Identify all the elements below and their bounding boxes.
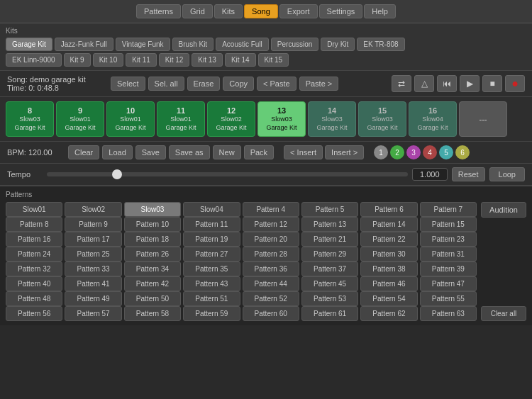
step-btn-8[interactable]: 15Slow03Garage Kit xyxy=(358,101,406,137)
step-btn-6[interactable]: 13Slow03Garage Kit xyxy=(257,101,306,137)
pat-btn-pattern-12[interactable]: Pattern 12 xyxy=(243,217,299,232)
pat-btn-pattern-28[interactable]: Pattern 28 xyxy=(243,247,299,262)
kit-btn-kit-11[interactable]: Kit 11 xyxy=(126,53,157,67)
pat-btn-pattern-40[interactable]: Pattern 40 xyxy=(6,276,62,291)
nav-btn-help[interactable]: Help xyxy=(364,4,396,18)
pat-btn-pattern-52[interactable]: Pattern 52 xyxy=(243,291,299,306)
kit-btn-vintage-funk[interactable]: Vintage Funk xyxy=(116,38,170,51)
pat-btn-pattern-63[interactable]: Pattern 63 xyxy=(420,306,477,321)
pat-btn-pattern-45[interactable]: Pattern 45 xyxy=(301,276,358,291)
bpm-btn-load[interactable]: Load xyxy=(102,145,132,159)
bpm-btn-pack[interactable]: Pack xyxy=(244,145,274,159)
pat-btn-pattern-50[interactable]: Pattern 50 xyxy=(124,291,181,306)
pat-btn-pattern-58[interactable]: Pattern 58 xyxy=(124,306,181,321)
nav-btn-grid[interactable]: Grid xyxy=(182,4,213,18)
pat-btn-pattern-19[interactable]: Pattern 19 xyxy=(183,232,240,247)
pat-btn-pattern-16[interactable]: Pattern 16 xyxy=(6,232,62,247)
kit-btn-kit-10[interactable]: Kit 10 xyxy=(93,53,124,67)
num-circle-5[interactable]: 5 xyxy=(439,145,453,159)
pat-btn-pattern-15[interactable]: Pattern 15 xyxy=(420,217,477,232)
pat-btn-pattern-18[interactable]: Pattern 18 xyxy=(124,232,181,247)
kit-btn-jazz-funk-full[interactable]: Jazz-Funk Full xyxy=(55,38,113,51)
nav-btn-export[interactable]: Export xyxy=(279,4,318,18)
pat-btn-pattern-34[interactable]: Pattern 34 xyxy=(124,262,181,276)
pat-btn-pattern-31[interactable]: Pattern 31 xyxy=(420,247,477,262)
nav-btn-song[interactable]: Song xyxy=(244,4,278,18)
pat-btn-pattern-42[interactable]: Pattern 42 xyxy=(124,276,181,291)
pat-btn-pattern-7[interactable]: Pattern 7 xyxy=(420,202,477,217)
step-btn-10[interactable]: --- xyxy=(459,101,507,137)
pat-btn-pattern-29[interactable]: Pattern 29 xyxy=(301,247,358,262)
pat-btn-pattern-38[interactable]: Pattern 38 xyxy=(360,262,417,276)
kit-btn-kit-12[interactable]: Kit 12 xyxy=(159,53,190,67)
bpm-btn-clear[interactable]: Clear xyxy=(68,145,99,159)
pat-btn-pattern-62[interactable]: Pattern 62 xyxy=(360,306,417,321)
song-btn-sel.-all[interactable]: Sel. all xyxy=(148,77,184,91)
clear-all-button[interactable]: Clear all xyxy=(481,306,526,321)
pat-btn-pattern-39[interactable]: Pattern 39 xyxy=(420,262,477,276)
pat-btn-pattern-47[interactable]: Pattern 47 xyxy=(420,276,477,291)
kit-btn-kit-9[interactable]: Kit 9 xyxy=(64,53,91,67)
pat-btn-pattern-46[interactable]: Pattern 46 xyxy=(360,276,417,291)
pat-btn-pattern-25[interactable]: Pattern 25 xyxy=(65,247,121,262)
pat-btn-slow04[interactable]: Slow04 xyxy=(183,202,240,217)
skip-back-icon[interactable]: ⏮ xyxy=(437,75,457,92)
song-btn-select[interactable]: Select xyxy=(111,77,145,91)
tempo-slider-track[interactable] xyxy=(47,172,408,176)
kit-btn-dry-kit[interactable]: Dry Kit xyxy=(321,38,355,51)
pat-btn-pattern-35[interactable]: Pattern 35 xyxy=(183,262,240,276)
song-btn-erase[interactable]: Erase xyxy=(187,77,221,91)
pat-btn-pattern-57[interactable]: Pattern 57 xyxy=(65,306,121,321)
pat-btn-pattern-51[interactable]: Pattern 51 xyxy=(183,291,240,306)
bpm-btn-save-as[interactable]: Save as xyxy=(169,145,210,159)
step-btn-3[interactable]: 10Slow01Garage Kit xyxy=(106,101,155,137)
metronome-icon[interactable]: △ xyxy=(414,75,434,92)
num-circle-2[interactable]: 2 xyxy=(390,145,404,159)
step-btn-4[interactable]: 11Slow01Garage Kit xyxy=(157,101,205,137)
pat-btn-pattern-26[interactable]: Pattern 26 xyxy=(124,247,181,262)
pat-btn-pattern-5[interactable]: Pattern 5 xyxy=(301,202,358,217)
pat-btn-pattern-53[interactable]: Pattern 53 xyxy=(301,291,358,306)
nav-btn-kits[interactable]: Kits xyxy=(214,4,243,18)
stop-icon[interactable]: ■ xyxy=(482,75,502,92)
pat-btn-pattern-23[interactable]: Pattern 23 xyxy=(420,232,477,247)
pat-btn-pattern-48[interactable]: Pattern 48 xyxy=(6,291,62,306)
pat-btn-pattern-30[interactable]: Pattern 30 xyxy=(360,247,417,262)
pat-btn-pattern-9[interactable]: Pattern 9 xyxy=(65,217,121,232)
pat-btn-slow03[interactable]: Slow03 xyxy=(124,202,181,217)
pat-btn-pattern-33[interactable]: Pattern 33 xyxy=(65,262,121,276)
pat-btn-pattern-54[interactable]: Pattern 54 xyxy=(360,291,417,306)
pat-btn-pattern-20[interactable]: Pattern 20 xyxy=(243,232,299,247)
pat-btn-pattern-27[interactable]: Pattern 27 xyxy=(183,247,240,262)
pat-btn-pattern-59[interactable]: Pattern 59 xyxy=(183,306,240,321)
pat-btn-pattern-21[interactable]: Pattern 21 xyxy=(301,232,358,247)
pat-btn-pattern-14[interactable]: Pattern 14 xyxy=(360,217,417,232)
pat-btn-pattern-43[interactable]: Pattern 43 xyxy=(183,276,240,291)
pat-btn-pattern-32[interactable]: Pattern 32 xyxy=(6,262,62,276)
pat-btn-pattern-10[interactable]: Pattern 10 xyxy=(124,217,181,232)
insert-btn-insert-[interactable]: Insert > xyxy=(325,145,364,159)
play-icon[interactable]: ▶ xyxy=(460,75,480,92)
pat-btn-slow01[interactable]: Slow01 xyxy=(6,202,62,217)
step-btn-5[interactable]: 12Slow02Garage Kit xyxy=(207,101,255,137)
num-circle-6[interactable]: 6 xyxy=(455,145,470,159)
song-btn--paste[interactable]: < Paste xyxy=(257,77,297,91)
num-circle-1[interactable]: 1 xyxy=(374,145,388,159)
kit-btn-ek-tr-808[interactable]: EK TR-808 xyxy=(357,38,404,51)
record-icon[interactable]: ● xyxy=(505,75,525,92)
pat-btn-pattern-22[interactable]: Pattern 22 xyxy=(360,232,417,247)
kit-btn-brush-kit[interactable]: Brush Kit xyxy=(172,38,214,51)
song-btn-paste-[interactable]: Paste > xyxy=(299,77,339,91)
kit-btn-kit-14[interactable]: Kit 14 xyxy=(225,53,256,67)
pat-btn-pattern-13[interactable]: Pattern 13 xyxy=(301,217,358,232)
shuffle-icon[interactable]: ⇄ xyxy=(392,75,411,92)
loop-button[interactable]: Loop xyxy=(489,167,525,181)
audition-button[interactable]: Audition xyxy=(481,202,526,218)
pat-btn-pattern-17[interactable]: Pattern 17 xyxy=(65,232,121,247)
nav-btn-patterns[interactable]: Patterns xyxy=(136,4,181,18)
num-circle-3[interactable]: 3 xyxy=(406,145,421,159)
pat-btn-pattern-4[interactable]: Pattern 4 xyxy=(243,202,299,217)
pat-btn-pattern-60[interactable]: Pattern 60 xyxy=(243,306,299,321)
kit-btn-percussion[interactable]: Percussion xyxy=(271,38,318,51)
pat-btn-pattern-11[interactable]: Pattern 11 xyxy=(183,217,240,232)
